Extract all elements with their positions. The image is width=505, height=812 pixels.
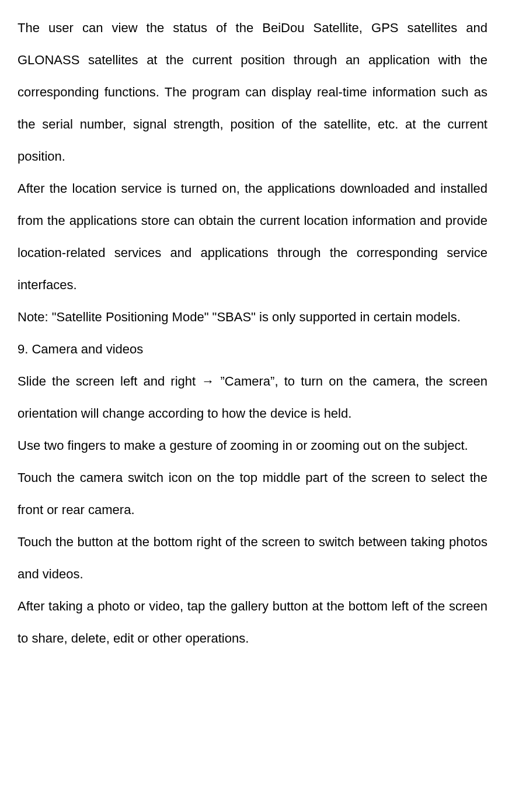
paragraph-gallery-button: After taking a photo or video, tap the g…	[18, 590, 487, 654]
paragraph-zoom-gesture: Use two fingers to make a gesture of zoo…	[18, 429, 487, 461]
paragraph-photo-video-switch: Touch the button at the bottom right of …	[18, 526, 487, 590]
heading-camera-videos: 9. Camera and videos	[18, 333, 487, 365]
paragraph-sbas-note: Note: "Satellite Positioning Mode" "SBAS…	[18, 301, 487, 333]
text-slide-part1: Slide the screen left and right	[18, 374, 201, 388]
paragraph-camera-switch: Touch the camera switch icon on the top …	[18, 461, 487, 526]
paragraph-location-service: After the location service is turned on,…	[18, 172, 487, 301]
paragraph-camera-slide: Slide the screen left and right → ”Camer…	[18, 365, 487, 429]
paragraph-satellite-status: The user can view the status of the BeiD…	[18, 12, 487, 172]
arrow-right-icon: →	[201, 374, 214, 388]
